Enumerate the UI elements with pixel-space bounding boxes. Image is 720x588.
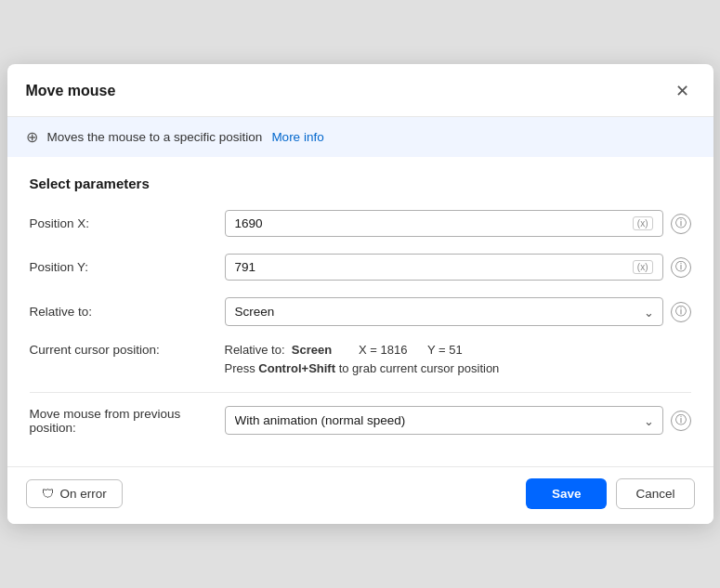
cursor-hint-prefix: Press [225,361,259,375]
relative-to-info-button[interactable]: ⓘ [671,302,691,322]
position-y-field[interactable] [235,260,629,274]
move-mouse-row: Move mouse from previous position: With … [30,406,691,435]
position-x-label: Position X: [30,216,225,230]
cursor-position-row: Current cursor position: Relative to: Sc… [30,343,691,375]
position-y-clear-button[interactable]: (x) [633,260,653,274]
close-button[interactable]: ✕ [670,79,695,103]
cursor-target-icon: ⊕ [26,128,38,146]
on-error-label: On error [60,487,107,501]
position-y-input-box[interactable]: (x) [225,254,663,281]
move-mouse-select-wrapper: With animation (normal speed) Without an… [225,406,663,435]
title-bar: Move mouse ✕ [7,64,713,117]
cursor-info-block: Relative to: Screen X = 1816 Y = 51 Pres… [225,343,691,375]
dialog-content: Select parameters Position X: (x) ⓘ Posi… [7,157,713,466]
info-text: Moves the mouse to a specific position [47,130,263,144]
dialog-title: Move mouse [26,83,116,99]
cursor-info-line2: Press Control+Shift to grab current curs… [225,361,691,375]
cursor-hint-keys: Control+Shift [258,361,335,375]
relative-to-select-wrapper: Screen Window Element ⌄ [225,297,663,326]
position-y-input-group: (x) ⓘ [225,254,691,281]
relative-to-select[interactable]: Screen Window Element [225,297,663,326]
move-mouse-select[interactable]: With animation (normal speed) Without an… [225,406,663,435]
more-info-link[interactable]: More info [271,130,323,144]
save-button[interactable]: Save [526,478,608,509]
cursor-relative-value: Screen [292,343,332,357]
cursor-y-label: Y = 51 [427,343,463,357]
move-mouse-input-group: With animation (normal speed) Without an… [225,406,691,435]
section-title: Select parameters [30,176,691,191]
move-mouse-dialog: Move mouse ✕ ⊕ Moves the mouse to a spec… [7,64,713,524]
cursor-x-label: X = 1816 [359,343,407,357]
cursor-info-line1: Relative to: Screen X = 1816 Y = 51 [225,343,691,357]
footer: 🛡 On error Save Cancel [7,466,713,524]
cursor-hint-suffix: to grab current cursor position [335,361,499,375]
cancel-button[interactable]: Cancel [616,478,694,509]
position-x-input-box[interactable]: (x) [225,210,663,237]
position-x-info-button[interactable]: ⓘ [671,214,691,234]
on-error-button[interactable]: 🛡 On error [26,479,123,508]
position-x-clear-button[interactable]: (x) [633,216,653,230]
move-mouse-info-button[interactable]: ⓘ [671,411,691,431]
info-banner: ⊕ Moves the mouse to a specific position… [7,117,713,157]
position-x-field[interactable] [235,216,629,230]
move-mouse-label: Move mouse from previous position: [30,407,225,435]
relative-to-label: Relative to: [30,305,225,319]
position-y-row: Position Y: (x) ⓘ [30,254,691,281]
position-y-label: Position Y: [30,260,225,274]
cursor-position-label: Current cursor position: [30,343,225,357]
position-x-input-group: (x) ⓘ [225,210,691,237]
relative-to-input-group: Screen Window Element ⌄ ⓘ [225,297,691,326]
position-x-row: Position X: (x) ⓘ [30,210,691,237]
cursor-relative-label: Relative to: [225,343,285,357]
position-y-info-button[interactable]: ⓘ [671,257,691,278]
shield-icon: 🛡 [42,487,55,501]
relative-to-row: Relative to: Screen Window Element ⌄ ⓘ [30,297,691,326]
footer-actions: Save Cancel [526,478,695,509]
divider [30,392,691,393]
